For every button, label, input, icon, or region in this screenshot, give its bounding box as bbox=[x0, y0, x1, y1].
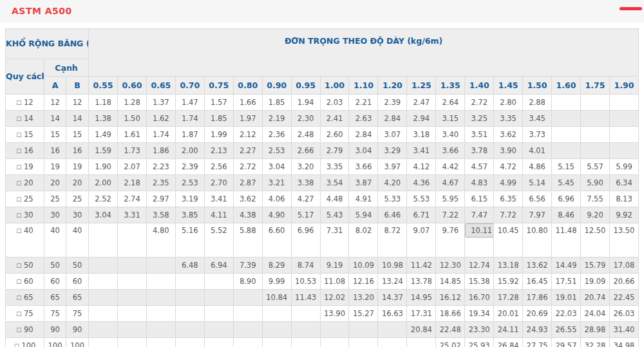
weight-cell: 13.62 bbox=[523, 258, 552, 274]
weight-cell: 5.88 bbox=[233, 223, 262, 258]
weight-cell: 2.35 bbox=[146, 175, 175, 191]
weight-cell: 13.50 bbox=[609, 223, 638, 258]
row-label: □ 16 bbox=[6, 143, 44, 159]
edge-a-cell: 15 bbox=[44, 127, 66, 143]
weight-cell bbox=[580, 143, 609, 159]
weight-cell bbox=[407, 338, 436, 347]
weight-cell: 5.15 bbox=[552, 159, 581, 175]
edge-b-cell: 40 bbox=[66, 223, 89, 258]
weight-cell: 10.84 bbox=[262, 290, 291, 306]
weight-cell: 2.39 bbox=[378, 95, 407, 111]
weight-cell: 3.29 bbox=[378, 143, 407, 159]
edge-b-cell: 65 bbox=[66, 290, 89, 306]
weight-cell: 26.55 bbox=[552, 322, 581, 338]
weight-cell: 3.35 bbox=[320, 159, 349, 175]
weight-cell bbox=[609, 127, 638, 143]
square-section-icon: □ bbox=[16, 180, 21, 186]
weight-cell: 2.60 bbox=[320, 127, 349, 143]
square-section-icon: □ bbox=[16, 164, 21, 170]
weight-cell: 6.56 bbox=[523, 191, 552, 207]
weight-cell bbox=[117, 306, 146, 322]
weight-cell: 9.99 bbox=[262, 274, 291, 290]
table-row: □ 2020202.002.182.352.532.702.873.213.38… bbox=[6, 175, 639, 191]
weight-cell bbox=[89, 338, 118, 347]
square-section-icon: □ bbox=[16, 196, 21, 202]
weight-cell: 23.30 bbox=[465, 322, 494, 338]
weight-cell: 2.80 bbox=[494, 95, 523, 111]
edge-a-cell: 30 bbox=[44, 207, 66, 223]
weight-cell: 2.56 bbox=[204, 159, 233, 175]
weight-cell: 3.18 bbox=[407, 127, 436, 143]
weight-cell: 19.09 bbox=[580, 274, 609, 290]
weight-cell: 3.04 bbox=[262, 159, 291, 175]
weight-cell: 17.31 bbox=[407, 306, 436, 322]
thickness-col-header: 1.45 bbox=[494, 77, 523, 95]
table-row: □ 1919191.902.072.232.392.562.723.043.20… bbox=[6, 159, 639, 175]
weight-cell bbox=[117, 274, 146, 290]
edge-a-cell: 50 bbox=[44, 258, 66, 274]
edge-b-cell: 20 bbox=[66, 175, 89, 191]
weight-cell: 3.31 bbox=[117, 207, 146, 223]
row-label: □ 75 bbox=[6, 306, 44, 322]
weight-cell: 2.70 bbox=[204, 175, 233, 191]
weight-cell: 3.87 bbox=[349, 175, 378, 191]
weight-cell: 1.61 bbox=[117, 127, 146, 143]
weight-cell: 6.15 bbox=[465, 191, 494, 207]
table-header: KHỔ RỘNG BĂNG (mm) ĐƠN TRỌNG THEO ĐỘ DÀY… bbox=[6, 29, 639, 95]
weight-cell bbox=[262, 306, 291, 322]
weight-cell: 2.84 bbox=[378, 111, 407, 127]
weight-cell bbox=[262, 322, 291, 338]
weight-cell bbox=[233, 306, 262, 322]
edge-a-cell: 65 bbox=[44, 290, 66, 306]
weight-cell: 4.86 bbox=[523, 159, 552, 175]
weight-cell: 10.80 bbox=[523, 223, 552, 258]
weight-cell: 5.95 bbox=[436, 191, 465, 207]
weight-cell: 15.27 bbox=[349, 306, 378, 322]
weight-cell: 2.21 bbox=[349, 95, 378, 111]
weight-cell: 1.38 bbox=[89, 111, 118, 127]
weight-cell: 3.41 bbox=[407, 143, 436, 159]
weight-cell: 4.91 bbox=[349, 191, 378, 207]
weight-cell: 7.72 bbox=[494, 207, 523, 223]
weight-cell: 2.23 bbox=[146, 159, 175, 175]
weight-cell: 4.48 bbox=[320, 191, 349, 207]
weight-cell bbox=[89, 290, 118, 306]
weight-cell: 2.53 bbox=[262, 143, 291, 159]
edge-header: Cạnh bbox=[44, 59, 89, 77]
thickness-col-header: 0.90 bbox=[262, 77, 291, 95]
weight-cell: 2.12 bbox=[233, 127, 262, 143]
weight-cell: 1.73 bbox=[117, 143, 146, 159]
weight-cell: 2.47 bbox=[407, 95, 436, 111]
weight-cell: 22.48 bbox=[436, 322, 465, 338]
table-row: □ 4040404.805.165.525.886.606.967.318.02… bbox=[6, 223, 639, 258]
weight-cell bbox=[175, 322, 204, 338]
collapse-minus-icon[interactable] bbox=[620, 7, 642, 10]
weight-cell bbox=[89, 322, 118, 338]
row-label: □ 90 bbox=[6, 322, 44, 338]
weight-cell: 4.27 bbox=[291, 191, 320, 207]
edge-a-cell: 40 bbox=[44, 223, 66, 258]
weight-cell: 9.19 bbox=[320, 258, 349, 274]
weight-cell: 1.85 bbox=[262, 95, 291, 111]
weight-cell: 24.04 bbox=[580, 306, 609, 322]
weight-cell: 4.67 bbox=[436, 175, 465, 191]
thickness-col-header: 1.60 bbox=[552, 77, 581, 95]
weight-cell: 18.66 bbox=[436, 306, 465, 322]
weight-cell: 24.11 bbox=[494, 322, 523, 338]
table-row: □ 3030303.043.313.583.854.114.384.905.17… bbox=[6, 207, 639, 223]
weight-cell: 17.86 bbox=[523, 290, 552, 306]
weight-cell: 3.35 bbox=[494, 111, 523, 127]
weight-cell: 4.20 bbox=[378, 175, 407, 191]
thickness-col-header: 1.35 bbox=[436, 77, 465, 95]
weight-cell: 3.62 bbox=[494, 127, 523, 143]
weight-cell: 2.74 bbox=[117, 191, 146, 207]
weight-cell: 1.85 bbox=[204, 111, 233, 127]
weight-cell bbox=[204, 274, 233, 290]
weight-cell: 8.29 bbox=[262, 258, 291, 274]
weight-cell: 22.03 bbox=[552, 306, 581, 322]
weight-cell bbox=[146, 274, 175, 290]
weight-cell: 32.28 bbox=[580, 338, 609, 347]
weight-cell: 1.74 bbox=[146, 127, 175, 143]
weight-cell: 4.90 bbox=[262, 207, 291, 223]
weight-cell: 16.12 bbox=[436, 290, 465, 306]
